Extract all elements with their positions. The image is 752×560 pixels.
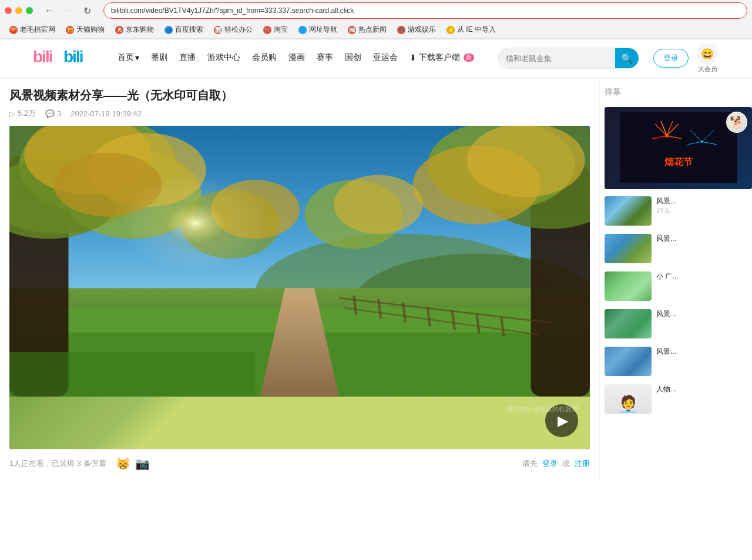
bookmark-dot: 🛒 bbox=[263, 26, 271, 34]
svg-text:bili: bili bbox=[63, 48, 83, 66]
video-thumbnail: ▶ 弹CSDN @摸鱼的机器猫 bbox=[9, 126, 590, 449]
nav-bangumi[interactable]: 番剧 bbox=[145, 39, 173, 77]
login-prompt-text: 请先 bbox=[522, 458, 538, 469]
search-button[interactable]: 🔍 bbox=[615, 48, 639, 69]
maximize-button[interactable] bbox=[26, 7, 33, 14]
sidebar: 弹幕 bbox=[599, 78, 752, 478]
sidebar-featured[interactable]: 烟花节 🐕 bbox=[605, 107, 752, 189]
svg-rect-37 bbox=[9, 352, 256, 396]
bookmark-dot: 🔵 bbox=[164, 26, 173, 34]
register-link[interactable]: 注册 bbox=[575, 458, 590, 469]
bilibili-logo[interactable]: bili bili bbox=[33, 47, 98, 70]
list-item[interactable]: 小 广... bbox=[605, 269, 752, 303]
bookmark-dot: 🐶 bbox=[115, 26, 123, 34]
person-icon: 🧑‍💼 bbox=[618, 394, 639, 414]
video-bottom-bar: 1人正在看，已装填 3 条弹幕 😸 📷 请先 登录 或 注册 bbox=[9, 449, 590, 478]
bookmark-label: 网址导航 bbox=[309, 25, 337, 35]
video-title: 风景视频素材分享——光（无水印可自取） bbox=[9, 87, 590, 103]
list-item[interactable]: 风景... 77.5... bbox=[605, 194, 752, 228]
bookmark-taobao[interactable]: 🛒 淘宝 bbox=[258, 23, 293, 36]
nav-mall[interactable]: 会员购 bbox=[246, 39, 283, 77]
login-link[interactable]: 登录 bbox=[542, 458, 558, 469]
search-input[interactable] bbox=[499, 54, 615, 63]
bookmark-baidu[interactable]: 🔵 百度搜索 bbox=[160, 23, 208, 36]
thumb-landscape-5 bbox=[605, 347, 652, 376]
login-button[interactable]: 登录 bbox=[653, 49, 689, 68]
bookmark-dot: 🎮 bbox=[397, 26, 405, 34]
download-icon: ⬇ bbox=[409, 53, 417, 62]
comments-meta: 💬 3 bbox=[45, 109, 61, 118]
refresh-button[interactable]: ↻ bbox=[79, 2, 95, 19]
sidebar-item-title: 风景... bbox=[656, 196, 752, 206]
video-player[interactable]: ▶ 弹CSDN @摸鱼的机器猫 bbox=[9, 126, 590, 449]
thumb-landscape-1 bbox=[605, 196, 652, 226]
chevron-down-icon: ▾ bbox=[135, 53, 139, 62]
sidebar-item-title: 人物... bbox=[656, 384, 752, 394]
danmu-image-icon[interactable]: 📷 bbox=[135, 457, 150, 471]
video-landscape-svg bbox=[9, 126, 590, 397]
danmu-actions: 请先 登录 或 注册 bbox=[522, 458, 590, 469]
svg-point-22 bbox=[467, 126, 585, 197]
bookmark-ie-import[interactable]: ⭐ 从 IE 中导入 bbox=[442, 23, 501, 36]
bookmark-office[interactable]: 📊 轻松办公 bbox=[209, 23, 257, 36]
back-button[interactable]: ← bbox=[41, 2, 58, 19]
list-item[interactable]: 风景... bbox=[605, 232, 752, 266]
header-inner: bili bili 首页 ▾ 番剧 直播 游戏中心 会员购 漫画 bbox=[24, 39, 728, 77]
minimize-button[interactable] bbox=[15, 7, 22, 14]
bookmark-label: 京东购物 bbox=[126, 25, 154, 35]
date-text: 2022-07-19 19:39:42 bbox=[70, 109, 142, 118]
bookmark-dot: 🌐 bbox=[298, 26, 307, 34]
fireworks-svg: 烟花节 bbox=[620, 112, 737, 183]
thumb-person: 🧑‍💼 bbox=[605, 384, 652, 414]
nav-game[interactable]: 游戏中心 bbox=[202, 39, 246, 77]
bookmark-nav[interactable]: 🌐 网址导航 bbox=[294, 23, 342, 36]
danmu-emoji-icon[interactable]: 😸 bbox=[116, 457, 130, 471]
sidebar-item-title: 小 广... bbox=[656, 271, 752, 281]
sidebar-avatar[interactable]: 🐕 bbox=[726, 112, 747, 133]
list-item[interactable]: 风景... bbox=[605, 307, 752, 341]
search-icon: 🔍 bbox=[621, 53, 633, 64]
nav-manga[interactable]: 漫画 bbox=[283, 39, 311, 77]
big-member-button[interactable]: 😄 大会员 bbox=[696, 43, 719, 73]
sidebar-item-info: 风景... bbox=[656, 347, 752, 376]
bookmark-dot: 📰 bbox=[348, 26, 356, 34]
list-item[interactable]: 风景... bbox=[605, 344, 752, 378]
svg-point-27 bbox=[83, 140, 378, 337]
thumb-landscape-4 bbox=[605, 309, 652, 338]
bookmark-news[interactable]: 📰 热点新闻 bbox=[343, 23, 391, 36]
nav-asian-games[interactable]: 亚运会 bbox=[367, 39, 404, 77]
nav-controls: ← → ↻ bbox=[41, 2, 95, 19]
bookmark-dot: 📊 bbox=[214, 26, 222, 34]
svg-text:bili: bili bbox=[33, 48, 52, 66]
sidebar-playlist: 风景... 77.5... 风景... 小 广... 风景... bbox=[605, 194, 752, 416]
video-meta: ▷ 5.2万 💬 3 2022-07-19 19:39:42 bbox=[9, 108, 590, 119]
sidebar-item-title: 风景... bbox=[656, 309, 752, 319]
forward-button[interactable]: → bbox=[60, 2, 76, 19]
sidebar-item-title: 风景... bbox=[656, 347, 752, 357]
bookmark-tmall[interactable]: 🐱 天猫购物 bbox=[61, 23, 109, 36]
list-item[interactable]: 🧑‍💼 人物... bbox=[605, 382, 752, 416]
address-bar[interactable] bbox=[103, 2, 747, 19]
close-button[interactable] bbox=[5, 7, 12, 14]
thumb-landscape-3 bbox=[605, 271, 652, 301]
views-icon: ▷ bbox=[9, 109, 15, 118]
danmu-count: 1人正在看，已装填 3 条弹幕 bbox=[9, 458, 106, 469]
views-count: 5.2万 bbox=[18, 108, 36, 119]
nav-home[interactable]: 首页 ▾ bbox=[112, 39, 145, 77]
browser-titlebar: ← → ↻ bbox=[0, 0, 752, 21]
bookmark-game[interactable]: 🎮 游戏娱乐 bbox=[392, 23, 441, 36]
bookmark-dot: 🐱 bbox=[66, 26, 74, 34]
bookmarks-bar: 🍑 老毛桃官网 🐱 天猫购物 🐶 京东购物 🔵 百度搜索 📊 轻松办公 🛒 淘宝… bbox=[0, 21, 752, 39]
bookmark-label: 轻松办公 bbox=[224, 25, 253, 35]
nav-live[interactable]: 直播 bbox=[173, 39, 202, 77]
avatar-image: 🐕 bbox=[727, 113, 746, 132]
sidebar-item-info: 风景... bbox=[656, 234, 752, 263]
nav-esports[interactable]: 赛事 bbox=[311, 39, 339, 77]
bookmark-laomao[interactable]: 🍑 老毛桃官网 bbox=[5, 23, 60, 36]
nav-guo[interactable]: 国创 bbox=[339, 39, 367, 77]
bookmark-jd[interactable]: 🐶 京东购物 bbox=[110, 23, 159, 36]
views-meta: ▷ 5.2万 bbox=[9, 108, 36, 119]
bookmark-label: 热点新闻 bbox=[358, 25, 387, 35]
bookmark-label: 老毛桃官网 bbox=[20, 25, 55, 35]
nav-download[interactable]: ⬇ 下载客户端 新 bbox=[404, 39, 480, 77]
